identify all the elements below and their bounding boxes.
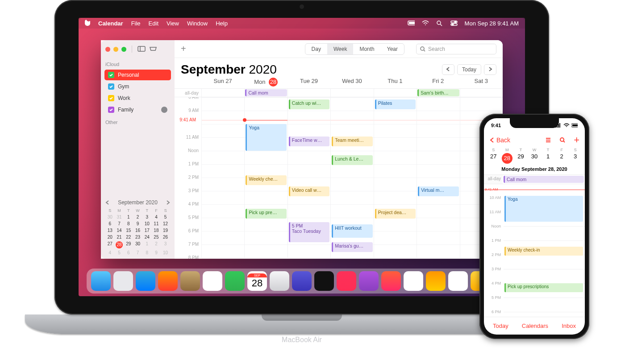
menu-edit[interactable]: Edit	[149, 20, 158, 27]
zoom-button[interactable]	[121, 47, 126, 52]
iphone-event[interactable]: Yoga	[504, 196, 583, 222]
sidebar-item-gym[interactable]: Gym	[104, 81, 171, 92]
calendar-event[interactable]: Video call w…	[289, 186, 329, 196]
dock-app-icon[interactable]	[337, 271, 356, 291]
dock-app-icon[interactable]	[113, 271, 133, 291]
menu-window[interactable]: Window	[187, 20, 208, 27]
calendar-event[interactable]: Project dea…	[375, 209, 416, 219]
dock-app-icon[interactable]	[91, 271, 111, 291]
sidebar-toggle-icon[interactable]	[138, 46, 146, 52]
menu-view[interactable]: View	[167, 20, 179, 27]
iphone-date[interactable]: 3	[568, 153, 582, 164]
menu-help[interactable]: Help	[216, 20, 228, 27]
spotlight-icon[interactable]	[436, 20, 443, 26]
add-event-button[interactable]: +	[574, 137, 579, 143]
control-center-icon[interactable]	[450, 20, 458, 26]
view-year[interactable]: Year	[381, 44, 404, 54]
calendar-event[interactable]: 5 PMTaco Tuesday	[289, 222, 329, 242]
mini-calendar[interactable]: September 2020 SMTWTFS303112345678910111…	[101, 195, 175, 259]
iphone-date[interactable]: 2	[555, 153, 569, 164]
calendar-event[interactable]: Weekly che…	[246, 175, 286, 185]
dock-app-icon[interactable]	[359, 271, 379, 291]
day-column[interactable]: YogaWeekly che…Pick up pre…	[244, 97, 287, 258]
prev-week-button[interactable]	[442, 64, 454, 75]
search-input[interactable]: Search	[416, 44, 496, 54]
dock-app-icon[interactable]	[270, 271, 289, 291]
search-icon[interactable]	[559, 137, 566, 143]
sidebar-section-icloud: iCloud	[101, 60, 175, 69]
sidebar-item-family[interactable]: Family	[104, 104, 171, 115]
today-button[interactable]: Today	[457, 64, 481, 75]
mini-next-icon[interactable]	[166, 200, 170, 205]
calendar-event[interactable]: Catch up wi…	[289, 99, 329, 109]
calendar-event[interactable]: Marisa's gu…	[332, 242, 372, 252]
dock-calendar-icon[interactable]: SEP28	[247, 271, 267, 291]
view-week[interactable]: Week	[327, 44, 353, 54]
day-column[interactable]: Catch up wi…FaceTime w…Video call w…5 PM…	[288, 97, 330, 258]
day-column[interactable]: Team meeti…Lunch & Le…HIIT workoutMarisa…	[330, 97, 373, 258]
list-view-icon[interactable]	[545, 137, 551, 143]
macos-dock[interactable]: SEP28	[87, 269, 517, 294]
next-week-button[interactable]	[484, 64, 496, 75]
iphone-date[interactable]: 1	[541, 153, 555, 164]
week-grid[interactable]: 8 AM9 AM11 AMNoon1 PM2 PM3 PM4 PM5 PM6 P…	[175, 97, 503, 259]
dock-app-icon[interactable]	[203, 271, 222, 291]
iphone-date[interactable]: 30	[528, 153, 542, 164]
view-month[interactable]: Month	[353, 44, 380, 54]
macbook-bezel: Calendar File Edit View Window Help Mon …	[54, 0, 549, 314]
iphone-today-button[interactable]: Today	[493, 323, 508, 329]
dock-app-icon[interactable]	[136, 271, 155, 291]
dock-app-icon[interactable]	[404, 271, 423, 291]
calendar-event[interactable]: Lunch & Le…	[332, 155, 372, 165]
event-allday[interactable]: Call mom	[504, 176, 584, 183]
iphone-calendars-button[interactable]: Calendars	[522, 323, 548, 329]
sidebar-item-personal[interactable]: Personal	[104, 70, 171, 80]
add-event-button[interactable]: +	[181, 44, 186, 54]
dock-app-icon[interactable]	[158, 271, 178, 291]
view-segmented-control[interactable]: DayWeekMonthYear	[305, 43, 404, 55]
day-column[interactable]: Virtual m…	[417, 97, 459, 258]
day-column[interactable]: PilatesProject dea…	[374, 97, 417, 258]
menubar-clock[interactable]: Mon Sep 28 9:41 AM	[465, 20, 519, 27]
dock-app-icon[interactable]	[426, 271, 446, 291]
macos-menubar: Calendar File Edit View Window Help Mon …	[79, 18, 525, 29]
dock-app-icon[interactable]	[292, 271, 312, 291]
dock-app-icon[interactable]	[180, 271, 200, 291]
close-button[interactable]	[105, 47, 110, 52]
event-allday[interactable]: Call mom	[245, 89, 287, 96]
iphone-event[interactable]: Pick up prescriptions	[504, 283, 583, 292]
calendar-event[interactable]: Team meeti…	[332, 136, 372, 146]
dock-app-icon[interactable]	[381, 271, 401, 291]
menubar-app-name[interactable]: Calendar	[98, 20, 123, 27]
calendar-event[interactable]: HIIT workout	[332, 224, 372, 238]
calendar-event[interactable]: Pilates	[375, 99, 416, 109]
minimize-button[interactable]	[113, 47, 118, 52]
iphone-event[interactable]: Weekly check-in	[504, 247, 583, 256]
wifi-icon[interactable]	[422, 20, 429, 26]
dock-app-icon[interactable]	[314, 271, 334, 291]
inbox-icon[interactable]	[149, 46, 157, 52]
iphone-day-grid[interactable]: 9:41 AM10 AM11 AMNoon1 PM2 PM3 PM4 PM5 P…	[484, 184, 585, 317]
dock-app-icon[interactable]	[448, 271, 468, 291]
calendar-event[interactable]: Virtual m…	[418, 186, 458, 196]
calendar-toolbar: + DayWeekMonthYear Search	[175, 40, 503, 58]
event-allday[interactable]: Sam's birth…	[417, 89, 459, 96]
dock-app-icon[interactable]	[225, 271, 245, 291]
iphone-date[interactable]: 27	[487, 153, 500, 164]
sidebar-item-work[interactable]: Work	[104, 93, 171, 103]
day-column[interactable]	[201, 97, 244, 258]
iphone-date[interactable]: 29	[514, 153, 528, 164]
calendar-event[interactable]: Yoga	[246, 124, 286, 151]
battery-icon[interactable]	[408, 20, 415, 26]
iphone-date-today[interactable]: 28	[502, 153, 512, 164]
iphone-inbox-button[interactable]: Inbox	[562, 323, 576, 329]
view-day[interactable]: Day	[305, 44, 327, 54]
menu-file[interactable]: File	[131, 20, 141, 27]
back-button[interactable]: Back	[489, 136, 510, 144]
calendar-event[interactable]: FaceTime w…	[289, 136, 329, 146]
mini-prev-icon[interactable]	[105, 200, 110, 205]
calendar-sidebar: iCloud PersonalGymWorkFamily Other Septe…	[101, 40, 175, 259]
calendar-event[interactable]: Pick up pre…	[246, 209, 286, 219]
apple-logo-icon[interactable]	[85, 20, 90, 27]
iphone-date-row[interactable]: 27282930123	[484, 152, 585, 166]
